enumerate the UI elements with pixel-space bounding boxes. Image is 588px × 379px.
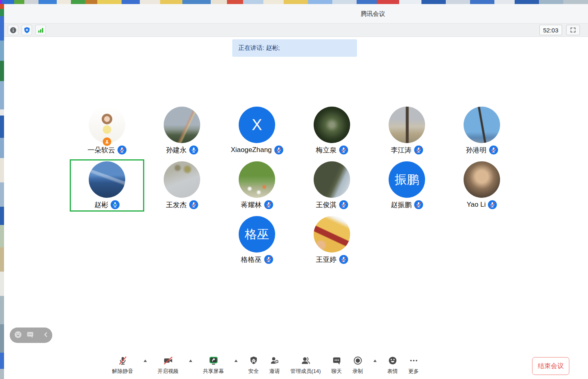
toolbar-label: 管理成员(14) — [290, 368, 321, 375]
participant-avatar — [314, 216, 350, 253]
mic-muted-icon — [339, 255, 348, 264]
participant-avatar — [89, 161, 125, 198]
invite-member-icon — [269, 355, 280, 366]
toolbar-label: 邀请 — [269, 368, 280, 375]
participant-avatar: X — [239, 107, 275, 143]
toolbar-record[interactable]: 录制 — [353, 355, 363, 375]
dropdown-caret-icon[interactable] — [374, 360, 377, 362]
participant-name-row: 孙港明 — [445, 145, 519, 155]
participant-name-row: 一朵软云 — [70, 145, 144, 155]
desktop-background-sliver-top — [0, 0, 588, 4]
participant-avatar: 振鹏 — [389, 161, 425, 198]
emoji-icon — [387, 355, 398, 366]
participant-grid: 一朵软云孙建永XXiaogeZhang梅立泉李江涛孙港明赵彬王发杰蒋耀林王俊淇振… — [4, 4, 588, 379]
mic-muted-icon — [274, 146, 283, 154]
toolbar-emoji[interactable]: 表情 — [387, 355, 398, 375]
participant-name: 蒋耀林 — [241, 200, 262, 210]
toolbar-invite-member[interactable]: 邀请 — [269, 355, 280, 375]
bottom-toolbar: 解除静音开启视频共享屏幕安全邀请管理成员(14)聊天录制表情更多 — [112, 355, 419, 375]
participant-avatar — [314, 161, 350, 198]
participant-name: 李江涛 — [391, 146, 412, 155]
participant-avatar — [164, 107, 200, 143]
participant-tile[interactable]: 赵彬 — [70, 158, 144, 212]
participant-name-row: 王亚婷 — [295, 254, 369, 265]
participant-name: 格格巫 — [241, 255, 262, 264]
toolbar-label: 表情 — [387, 368, 398, 375]
chat-icon — [331, 355, 342, 366]
mic-muted-icon — [264, 200, 273, 209]
participant-name: XiaogeZhang — [231, 146, 272, 154]
mic-muted-icon — [488, 200, 497, 209]
participant-tile[interactable]: 王亚婷 — [295, 213, 369, 267]
participant-avatar — [239, 161, 275, 198]
participant-name: 王俊淇 — [316, 200, 337, 210]
toolbar-more[interactable]: 更多 — [408, 355, 419, 375]
participant-name-row: 赵振鹏 — [370, 199, 444, 210]
participant-avatar — [464, 107, 500, 143]
participant-tile[interactable]: 王俊淇 — [295, 158, 369, 212]
mic-muted-icon — [414, 200, 423, 209]
participant-name-row: 赵彬 — [70, 199, 144, 210]
desktop-background-sliver-left — [0, 4, 4, 379]
mic-muted-icon — [414, 146, 423, 154]
toolbar-label: 聊天 — [331, 368, 342, 375]
participant-name: 赵彬 — [94, 200, 108, 210]
end-meeting-button[interactable]: 结束会议 — [532, 357, 569, 375]
dropdown-caret-icon[interactable] — [143, 360, 147, 362]
participant-tile[interactable]: Yao Li — [445, 158, 519, 212]
camera-off-icon — [163, 355, 173, 366]
dropdown-caret-icon[interactable] — [189, 360, 192, 362]
participant-tile[interactable]: 一朵软云 — [70, 104, 144, 158]
share-screen-icon — [208, 355, 218, 366]
toolbar-mic-off[interactable]: 解除静音 — [112, 355, 133, 375]
toolbar-label: 更多 — [408, 368, 419, 375]
mic-muted-icon — [264, 255, 273, 264]
collapse-chevron-icon[interactable] — [42, 330, 50, 340]
toolbar-label: 解除静音 — [112, 368, 133, 375]
toolbar-label: 开启视频 — [157, 368, 178, 375]
participant-name-row: Yao Li — [445, 199, 519, 210]
participant-name-row: 王发杰 — [145, 199, 219, 210]
mic-muted-icon — [118, 146, 126, 154]
emoji-reaction-icon[interactable] — [14, 330, 22, 340]
toolbar-chat[interactable]: 聊天 — [331, 355, 342, 375]
participant-avatar — [164, 161, 200, 198]
participant-name-row: 孙建永 — [145, 145, 219, 155]
participant-tile[interactable]: 梅立泉 — [295, 104, 369, 158]
tencent-meeting-screen: 腾讯会议 52:03 正在讲话: 赵彬; 一朵软云孙建永XXiaogeZhang… — [0, 0, 588, 379]
participant-name: 孙港明 — [466, 146, 487, 155]
toolbar-camera-off[interactable]: 开启视频 — [157, 355, 178, 375]
participant-name-row: 王俊淇 — [295, 199, 369, 210]
participant-name: Yao Li — [467, 201, 486, 209]
participant-tile[interactable]: 李江涛 — [370, 104, 444, 158]
participant-tile[interactable]: XXiaogeZhang — [220, 104, 294, 158]
mic-on-icon — [189, 146, 198, 154]
participant-tile[interactable]: 孙建永 — [145, 104, 219, 158]
mic-muted-icon — [189, 200, 198, 209]
participant-name-row: 格格巫 — [220, 254, 294, 265]
participant-avatar — [314, 107, 350, 143]
mic-muted-icon — [489, 146, 498, 154]
participant-name-row: 梅立泉 — [295, 145, 369, 155]
participant-name-row: 李江涛 — [370, 145, 444, 155]
toolbar-security-shield[interactable]: 安全 — [248, 355, 259, 375]
more-icon — [408, 355, 419, 366]
participant-name: 梅立泉 — [316, 146, 337, 155]
mic-muted-icon — [339, 200, 348, 209]
quick-chat-icon[interactable] — [26, 330, 34, 340]
participant-avatar — [389, 107, 425, 143]
participant-tile[interactable]: 振鹏赵振鹏 — [370, 158, 444, 212]
participant-name: 赵振鹏 — [391, 200, 412, 210]
toolbar-label: 安全 — [248, 368, 259, 375]
record-icon — [353, 355, 363, 366]
participant-tile[interactable]: 格巫格格巫 — [220, 213, 294, 267]
participant-tile[interactable]: 蒋耀林 — [220, 158, 294, 212]
participant-tile[interactable]: 王发杰 — [145, 158, 219, 212]
meeting-window: 腾讯会议 52:03 正在讲话: 赵彬; 一朵软云孙建永XXiaogeZhang… — [4, 4, 588, 379]
participant-tile[interactable]: 孙港明 — [445, 104, 519, 158]
participant-name: 王发杰 — [166, 200, 187, 210]
toolbar-members[interactable]: 管理成员(14) — [290, 355, 321, 375]
security-shield-icon — [248, 355, 259, 366]
dropdown-caret-icon[interactable] — [234, 360, 237, 362]
toolbar-share-screen[interactable]: 共享屏幕 — [203, 355, 224, 375]
